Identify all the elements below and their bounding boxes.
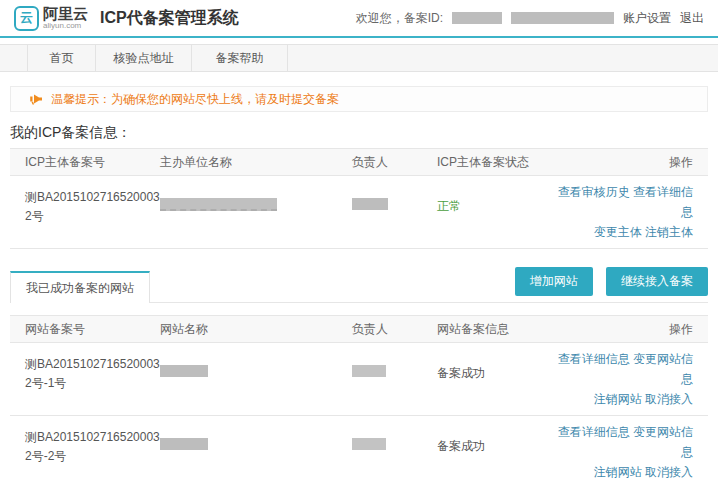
site-section-tab-bar: 我已成功备案的网站 增加网站 继续接入备案 bbox=[10, 267, 708, 303]
col-header-organizer-name: 主办单位名称 bbox=[160, 154, 352, 171]
notice-bar: 温馨提示：为确保您的网站尽快上线，请及时提交备案 bbox=[10, 86, 708, 112]
nav-item-verification-address[interactable]: 核验点地址 bbox=[96, 45, 192, 71]
site-table: 网站备案号 网站名称 负责人 网站备案信息 操作 测BA201510271652… bbox=[10, 315, 708, 488]
cancel-access-link[interactable]: 取消接入 bbox=[645, 465, 693, 479]
brand-name: 阿里云 bbox=[43, 6, 88, 21]
subject-table-row: 测BA20151027165200032号 正常 查看审核历史 查看详细信息 变… bbox=[10, 176, 708, 249]
account-settings-link[interactable]: 账户设置 bbox=[623, 10, 671, 27]
welcome-text: 欢迎您，备案ID: bbox=[356, 10, 443, 27]
site-status-cell: 备案成功 bbox=[437, 349, 557, 409]
col-header-operations: 操作 bbox=[557, 154, 708, 171]
site-table-header: 网站备案号 网站名称 负责人 网站备案信息 操作 bbox=[10, 315, 708, 343]
status-badge: 备案成功 bbox=[437, 438, 557, 455]
status-badge: 正常 bbox=[437, 198, 557, 215]
site-section-buttons: 增加网站 继续接入备案 bbox=[505, 267, 708, 302]
redacted-account-name bbox=[511, 12, 614, 24]
subject-section-title: 我的ICP备案信息： bbox=[10, 124, 708, 142]
view-detail-info-link[interactable]: 查看详细信息 bbox=[558, 352, 630, 366]
redacted-site-name bbox=[160, 365, 208, 377]
aliyun-cloud-icon: 云 bbox=[14, 6, 39, 31]
link-group: 查看审核历史 查看详细信息 bbox=[557, 182, 693, 222]
nav-item-home[interactable]: 首页 bbox=[27, 45, 96, 71]
site-operations-cell: 查看详细信息 变更网站信息 注销网站 取消接入 bbox=[557, 349, 708, 409]
col-header-subject-status: ICP主体备案状态 bbox=[437, 154, 557, 171]
aliyun-logo[interactable]: 云 阿里云 aliyun.com bbox=[14, 6, 88, 31]
site-name-cell bbox=[160, 349, 352, 409]
subject-operations-cell: 查看审核历史 查看详细信息 变更主体 注销主体 bbox=[557, 182, 708, 242]
organizer-name-cell bbox=[160, 182, 352, 242]
view-detail-info-link[interactable]: 查看详细信息 bbox=[558, 425, 630, 439]
site-table-row: 测BA20151027165200032号-2号 备案成功 查看详细信息 变更网… bbox=[10, 416, 708, 488]
subject-record-no: 测BA20151027165200032号 bbox=[10, 182, 160, 242]
redacted-person-name bbox=[352, 198, 388, 210]
col-header-person-in-charge: 负责人 bbox=[352, 321, 437, 338]
redacted-person-name bbox=[352, 365, 386, 377]
subject-table-header: ICP主体备案号 主办单位名称 负责人 ICP主体备案状态 操作 bbox=[10, 148, 708, 176]
col-header-site-record-no: 网站备案号 bbox=[10, 321, 160, 338]
subject-table: ICP主体备案号 主办单位名称 负责人 ICP主体备案状态 操作 测BA2015… bbox=[10, 148, 708, 249]
redacted-organizer-name bbox=[160, 198, 277, 211]
status-badge: 备案成功 bbox=[437, 365, 557, 382]
person-cell bbox=[352, 349, 437, 409]
redacted-person-name bbox=[352, 438, 386, 450]
logout-link[interactable]: 退出 bbox=[680, 10, 704, 27]
site-record-no: 测BA20151027165200032号-2号 bbox=[10, 422, 160, 482]
continue-access-filing-button[interactable]: 继续接入备案 bbox=[606, 267, 708, 296]
change-site-info-link[interactable]: 变更网站信息 bbox=[633, 352, 693, 386]
person-cell bbox=[352, 182, 437, 242]
site-name-cell bbox=[160, 422, 352, 482]
change-subject-link[interactable]: 变更主体 bbox=[594, 225, 642, 239]
site-table-row: 测BA20151027165200032号-1号 备案成功 查看详细信息 变更网… bbox=[10, 343, 708, 416]
site-operations-cell: 查看详细信息 变更网站信息 注销网站 取消接入 bbox=[557, 422, 708, 482]
link-group: 查看详细信息 变更网站信息 bbox=[557, 422, 693, 462]
brand: 阿里云 aliyun.com bbox=[43, 6, 88, 30]
link-group: 查看详细信息 变更网站信息 bbox=[557, 349, 693, 389]
redacted-site-name bbox=[160, 438, 208, 450]
cancel-site-link[interactable]: 注销网站 bbox=[594, 392, 642, 406]
redacted-beian-id bbox=[452, 12, 502, 24]
change-site-info-link[interactable]: 变更网站信息 bbox=[633, 425, 693, 459]
tab-successful-filed-sites[interactable]: 我已成功备案的网站 bbox=[10, 271, 150, 303]
col-header-subject-record-no: ICP主体备案号 bbox=[10, 154, 160, 171]
cloud-glyph: 云 bbox=[20, 9, 33, 27]
view-audit-history-link[interactable]: 查看审核历史 bbox=[558, 185, 630, 199]
nav-item-filing-help[interactable]: 备案帮助 bbox=[192, 45, 288, 71]
site-record-no: 测BA20151027165200032号-1号 bbox=[10, 349, 160, 409]
main-nav: 首页 核验点地址 备案帮助 bbox=[0, 44, 718, 72]
col-header-person-in-charge: 负责人 bbox=[352, 154, 437, 171]
col-header-site-filing-info: 网站备案信息 bbox=[437, 321, 557, 338]
col-header-site-name: 网站名称 bbox=[160, 321, 352, 338]
cancel-subject-link[interactable]: 注销主体 bbox=[645, 225, 693, 239]
view-detail-info-link[interactable]: 查看详细信息 bbox=[633, 185, 693, 219]
cancel-site-link[interactable]: 注销网站 bbox=[594, 465, 642, 479]
link-group: 注销网站 取消接入 bbox=[557, 389, 693, 409]
megaphone-icon bbox=[29, 93, 43, 105]
header-right: 欢迎您，备案ID: 账户设置 退出 bbox=[347, 10, 704, 27]
site-status-cell: 备案成功 bbox=[437, 422, 557, 482]
brand-domain: aliyun.com bbox=[43, 22, 88, 30]
col-header-operations: 操作 bbox=[557, 321, 708, 338]
link-group: 注销网站 取消接入 bbox=[557, 462, 693, 482]
header: 云 阿里云 aliyun.com ICP代备案管理系统 欢迎您，备案ID: 账户… bbox=[0, 0, 718, 38]
page-title: ICP代备案管理系统 bbox=[100, 8, 239, 29]
subject-status-cell: 正常 bbox=[437, 182, 557, 242]
cancel-access-link[interactable]: 取消接入 bbox=[645, 392, 693, 406]
notice-text: 温馨提示：为确保您的网站尽快上线，请及时提交备案 bbox=[51, 91, 339, 108]
person-cell bbox=[352, 422, 437, 482]
add-website-button[interactable]: 增加网站 bbox=[515, 267, 593, 296]
link-group: 变更主体 注销主体 bbox=[557, 222, 693, 242]
